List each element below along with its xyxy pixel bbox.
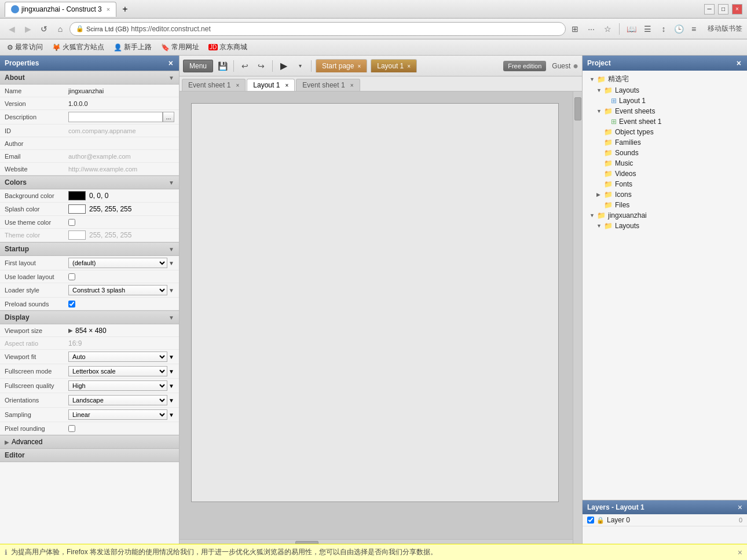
prop-preload-sounds: Preload sounds bbox=[0, 298, 179, 310]
tab-close-btn[interactable]: × bbox=[107, 6, 110, 13]
app-tab-start-page[interactable]: Start page × bbox=[316, 59, 367, 72]
viewport-expand-arrow[interactable]: ▶ bbox=[68, 327, 73, 334]
section-advanced-header[interactable]: ▶ Advanced bbox=[0, 435, 179, 448]
tree-item-families[interactable]: 📁 Families bbox=[583, 137, 747, 148]
browser-tab[interactable]: jingxuanzhai - Construct 3 × bbox=[5, 2, 116, 17]
prop-description-ellipsis[interactable]: ... bbox=[163, 112, 174, 122]
content-tab-event-sheet-1b-close[interactable]: × bbox=[350, 82, 354, 89]
sync-btn[interactable]: ↕ bbox=[657, 22, 671, 36]
undo-btn[interactable]: ↩ bbox=[238, 59, 252, 73]
tree-item-layouts-top[interactable]: ▼ 📁 Layouts bbox=[583, 85, 747, 96]
tree-label-object-types: Object types bbox=[615, 128, 654, 136]
history-btn[interactable]: 🕒 bbox=[672, 22, 686, 36]
orientations-dropdown[interactable]: Landscape bbox=[68, 395, 167, 405]
new-tab-btn[interactable]: + bbox=[118, 2, 132, 17]
bookmark-most-visited[interactable]: ⚙ 最常访问 bbox=[5, 41, 45, 53]
layout-canvas bbox=[191, 103, 559, 502]
bookmark-newbie[interactable]: 👤 新手上路 bbox=[111, 41, 154, 53]
app-tab-layout1-close[interactable]: × bbox=[407, 63, 411, 69]
tree-item-jingxuanzhai-top[interactable]: ▼ 📁 精选宅 bbox=[583, 73, 747, 85]
save-btn[interactable]: 💾 bbox=[215, 59, 229, 73]
content-tab-event-sheet-1b[interactable]: Event sheet 1 × bbox=[296, 79, 360, 91]
canvas-vscrollbar[interactable] bbox=[573, 91, 582, 548]
bookmark-jd[interactable]: JD 京东商城 bbox=[206, 41, 250, 53]
layer0-lock-icon: 🔒 bbox=[596, 517, 605, 524]
section-about-header[interactable]: About ▼ bbox=[0, 71, 179, 85]
content-tab-event-sheet-1[interactable]: Event sheet 1 × bbox=[182, 79, 246, 91]
reload-btn[interactable]: ↺ bbox=[37, 22, 51, 36]
bookmark-firefox-official[interactable]: 🦊 火狐官方站点 bbox=[50, 41, 107, 53]
fullscreen-mode-dropdown[interactable]: Letterbox scale bbox=[68, 366, 167, 376]
app-tab-start-page-close[interactable]: × bbox=[357, 63, 361, 69]
redo-btn[interactable]: ↪ bbox=[254, 59, 268, 73]
tree-item-music[interactable]: 📁 Music bbox=[583, 158, 747, 169]
section-display-header[interactable]: Display ▼ bbox=[0, 310, 179, 324]
tree-item-object-types[interactable]: 📁 Object types bbox=[583, 127, 747, 137]
prop-description-input[interactable] bbox=[68, 112, 163, 122]
back-btn[interactable]: ◀ bbox=[5, 22, 19, 36]
tree-item-icons[interactable]: ▶ 📁 Icons bbox=[583, 189, 747, 200]
tree-item-jingxuanzhai-2[interactable]: ▼ 📁 jingxuanzhai bbox=[583, 210, 747, 221]
browser-toolbar: ◀ ▶ ↺ ⌂ 🔒 Scirra Ltd (GB) https://editor… bbox=[0, 19, 747, 39]
menu-btn[interactable]: ≡ bbox=[687, 22, 701, 36]
menu-button[interactable]: Menu bbox=[183, 60, 213, 72]
use-theme-color-checkbox[interactable] bbox=[68, 219, 75, 226]
sheet-icon-event-sheet-1: ⊞ bbox=[611, 118, 617, 126]
tree-item-layouts-2[interactable]: ▼ 📁 Layouts bbox=[583, 221, 747, 231]
notification-close-btn[interactable]: × bbox=[738, 548, 742, 557]
layer-row-layer0[interactable]: 🔒 Layer 0 0 bbox=[583, 514, 747, 526]
layers-close-btn[interactable]: × bbox=[738, 503, 742, 512]
vscrollbar-thumb[interactable] bbox=[574, 97, 581, 120]
prop-fullscreen-quality-field: High ▼ bbox=[68, 380, 174, 391]
content-tab-event-sheet-1-close[interactable]: × bbox=[236, 82, 239, 89]
more-tools-btn[interactable]: ··· bbox=[584, 22, 598, 36]
tree-item-sounds[interactable]: 📁 Sounds bbox=[583, 148, 747, 158]
tree-item-layout1[interactable]: ⊞ Layout 1 bbox=[583, 96, 747, 106]
section-editor-header[interactable]: Editor bbox=[0, 448, 179, 462]
content-tab-layout-1-close[interactable]: × bbox=[285, 82, 288, 89]
tree-item-event-sheets[interactable]: ▼ 📁 Event sheets bbox=[583, 106, 747, 116]
project-close-btn[interactable]: × bbox=[735, 58, 742, 68]
section-colors-header[interactable]: Colors ▼ bbox=[0, 175, 179, 189]
maximize-btn[interactable]: □ bbox=[718, 4, 728, 14]
close-window-btn[interactable]: × bbox=[732, 4, 742, 14]
fullscreen-quality-dropdown[interactable]: High bbox=[68, 380, 167, 391]
splash-color-swatch[interactable] bbox=[68, 204, 86, 214]
sampling-dropdown[interactable]: Linear bbox=[68, 409, 167, 420]
tree-item-event-sheet-1[interactable]: ⊞ Event sheet 1 bbox=[583, 116, 747, 127]
address-bar[interactable]: 🔒 Scirra Ltd (GB) https://editor.constru… bbox=[69, 22, 566, 36]
layer0-visibility-checkbox[interactable] bbox=[587, 517, 594, 524]
dropdown-arrow-viewport-fit: ▼ bbox=[169, 354, 174, 360]
prop-viewport-size: Viewport size ▶ 854 × 480 bbox=[0, 324, 179, 337]
pocket-btn[interactable]: ☰ bbox=[640, 22, 654, 36]
tree-item-videos[interactable]: 📁 Videos bbox=[583, 169, 747, 179]
properties-close-btn[interactable]: × bbox=[167, 58, 174, 68]
play-btn[interactable]: ▶ bbox=[277, 59, 291, 73]
prop-viewport-fit: Viewport fit Auto ▼ bbox=[0, 350, 179, 364]
minimize-btn[interactable]: ─ bbox=[704, 4, 715, 14]
reader-view-btn[interactable]: 📖 bbox=[624, 22, 638, 36]
forward-btn[interactable]: ▶ bbox=[21, 22, 35, 36]
bookmark-btn[interactable]: ☆ bbox=[600, 22, 614, 36]
bookmark-common[interactable]: 🔖 常用网址 bbox=[159, 41, 202, 53]
prop-orientations: Orientations Landscape ▼ bbox=[0, 393, 179, 408]
content-tab-event-sheet-1b-label: Event sheet 1 bbox=[302, 81, 345, 89]
pixel-rounding-checkbox[interactable] bbox=[68, 425, 75, 432]
tree-item-fonts[interactable]: 📁 Fonts bbox=[583, 179, 747, 189]
prop-use-theme-color-label: Use theme color bbox=[5, 219, 68, 226]
section-startup-header[interactable]: Startup ▼ bbox=[0, 242, 179, 256]
preload-sounds-checkbox[interactable] bbox=[68, 301, 75, 308]
use-loader-layout-checkbox[interactable] bbox=[68, 273, 75, 280]
play-dropdown-btn[interactable]: ▾ bbox=[293, 59, 307, 73]
project-panel: Project × ▼ 📁 精选宅 ▼ 📁 Layouts bbox=[583, 56, 747, 500]
content-tab-layout-1[interactable]: Layout 1 × bbox=[247, 79, 295, 91]
bg-color-swatch[interactable] bbox=[68, 191, 86, 200]
viewport-fit-dropdown[interactable]: Auto bbox=[68, 352, 167, 362]
first-layout-dropdown[interactable]: (default) bbox=[68, 258, 167, 268]
loader-style-dropdown[interactable]: Construct 3 splash bbox=[68, 285, 167, 295]
tree-item-files[interactable]: 📁 Files bbox=[583, 200, 747, 210]
home-btn[interactable]: ⌂ bbox=[53, 22, 67, 36]
page-info-btn[interactable]: ⊞ bbox=[568, 22, 582, 36]
app-tab-layout1[interactable]: Layout 1 × bbox=[371, 59, 417, 72]
folder-icon-object-types: 📁 bbox=[604, 128, 613, 136]
